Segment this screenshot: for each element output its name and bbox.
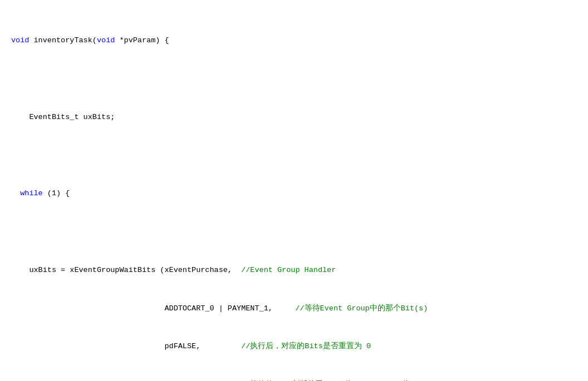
line-blank-2 <box>11 149 577 162</box>
line-addtocart: ADDTOCART_0 | PAYMENT_1, //等待Event Group… <box>11 303 577 315</box>
line-1: void inventoryTask(void *pvParam) { <box>11 34 577 47</box>
line-blank-1 <box>11 73 577 86</box>
code-block: void inventoryTask(void *pvParam) { Even… <box>11 9 577 381</box>
code-container: void inventoryTask(void *pvParam) { Even… <box>0 0 588 381</box>
line-pdfalse: pdFALSE, //执行后，对应的Bits是否重置为 0 <box>11 340 577 353</box>
line-3: EventBits_t uxBits; <box>11 111 577 124</box>
line-pdtrue: pdTRUE, //等待的Bits判断关系 True为 AND, False为 … <box>11 379 577 381</box>
line-uxbits-assign: uxBits = xEventGroupWaitBits (xEventPurc… <box>11 264 577 277</box>
line-while: while (1) { <box>11 187 577 200</box>
line-blank-3 <box>11 226 577 239</box>
